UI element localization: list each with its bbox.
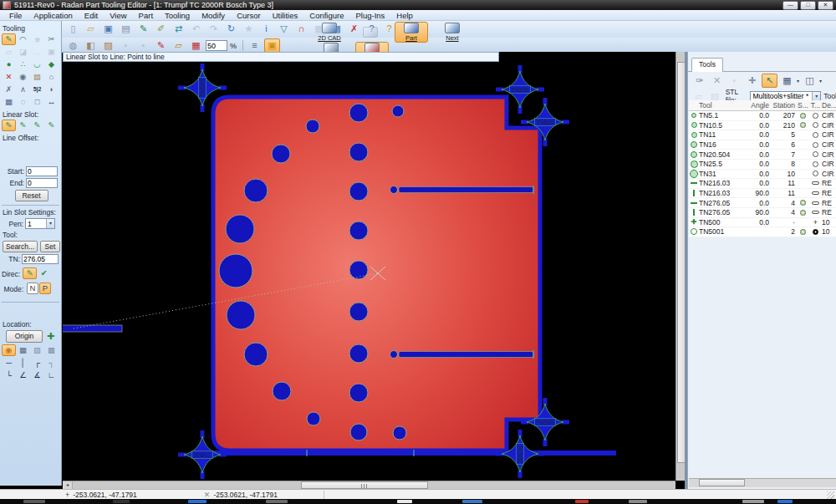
zoom-input[interactable] [206, 40, 227, 51]
tool-row[interactable]: TN5.10.0207CIR [689, 111, 836, 121]
taskbar-item[interactable] [462, 500, 482, 503]
outline-tool[interactable]: ⌂ [44, 71, 59, 83]
view-panel-icon-dropdown[interactable]: ▾ [819, 78, 822, 84]
set-button[interactable]: Set [40, 241, 60, 252]
view-panel-icon[interactable]: ◫ [802, 74, 818, 88]
box-region-tool[interactable]: □ [30, 96, 44, 108]
radius-slot-tool[interactable]: ☼ [30, 33, 44, 45]
snap-corner3-icon[interactable]: ┐ [44, 357, 59, 369]
column-header[interactable]: Station [771, 101, 797, 109]
angle-tool[interactable]: ∧ [16, 84, 30, 95]
canvas-horizontal-scrollbar[interactable]: ◂ [63, 481, 675, 489]
snap-horizontal-icon[interactable]: ─ [2, 357, 16, 369]
tool-row[interactable]: TN276.0590.04RE [689, 208, 836, 218]
tool-row[interactable]: TN20.5040.07CIR [689, 150, 836, 160]
snap-angle2-icon[interactable]: ∠ [16, 369, 30, 381]
edit-hits-tool[interactable]: ▤ [30, 71, 44, 83]
measure-grid-icon[interactable]: ▦ [188, 38, 204, 53]
pitch-hits-tool[interactable]: ∴ [16, 59, 30, 70]
magnet-icon[interactable]: ∩ [293, 22, 309, 36]
circle-region-tool[interactable]: ◌ [16, 96, 30, 108]
snap-corner2-icon[interactable]: ┌ [30, 357, 44, 369]
new-file-icon[interactable]: ▯ [65, 22, 81, 36]
annotate-icon[interactable]: ▱ [171, 38, 186, 53]
pick-tool-icon[interactable]: ↖ [762, 74, 777, 88]
single-hit-tool[interactable]: ● [2, 59, 16, 70]
arc-slot-tool[interactable]: ◠ [16, 33, 30, 45]
tool-row[interactable]: TN160.06CIR [689, 140, 836, 150]
snap-vertical-icon[interactable]: │ [16, 357, 30, 369]
column-header[interactable]: T... [809, 101, 822, 109]
snap-angle-icon[interactable]: └ [2, 369, 16, 381]
taskbar-item[interactable] [188, 500, 206, 503]
taskbar-item[interactable] [742, 500, 764, 503]
print-icon[interactable]: ▤ [118, 22, 134, 36]
open-folder-icon[interactable]: ▱ [83, 22, 99, 36]
linear-slot-mid-icon[interactable]: ✎ [16, 120, 30, 131]
btn-part[interactable]: Part [395, 22, 428, 43]
column-header[interactable]: S... [797, 101, 809, 109]
tool-row[interactable]: TN216.030.011RE [689, 179, 836, 189]
menu-application[interactable]: Application [28, 11, 78, 20]
linear-slot-tool[interactable]: ✎ [2, 33, 16, 45]
drawing-canvas[interactable]: TN500TN500TN500TN500TN500TN500 [63, 52, 675, 481]
slit-tool[interactable]: ✂ [44, 33, 59, 45]
menu-plugins[interactable]: Plug-Ins [349, 11, 390, 20]
btn-3d[interactable] [354, 22, 387, 43]
linear-slot-end-icon[interactable]: ✎ [30, 120, 44, 131]
menu-utilities[interactable]: Utilities [267, 11, 304, 20]
menu-tooling[interactable]: Tooling [159, 11, 196, 20]
btn-2d-cad[interactable]: 2D CAD [313, 22, 346, 43]
menu-cursor[interactable]: Cursor [231, 11, 267, 20]
menu-part[interactable]: Part [133, 11, 159, 20]
taskbar-item[interactable] [23, 500, 45, 503]
snap-hatch-icon[interactable]: ▩ [44, 344, 59, 356]
taskbar-item[interactable] [397, 500, 412, 503]
minimize-button[interactable]: — [782, 1, 798, 10]
pen-select[interactable]: 1▾ [25, 218, 55, 229]
taskbar-item[interactable] [113, 500, 130, 503]
corner-hit-tool[interactable]: ◆ [44, 59, 59, 70]
rotate-hit-tool[interactable]: ◗ [44, 84, 59, 95]
menu-edit[interactable]: Edit [79, 11, 104, 20]
maximize-button[interactable]: □ [800, 1, 816, 10]
edit-pencil-icon[interactable]: ✎ [135, 22, 151, 36]
window-layout-icon[interactable]: ▣ [264, 38, 280, 53]
taskbar-item[interactable] [629, 500, 647, 503]
column-header[interactable]: De... [822, 101, 836, 109]
replace-icon[interactable]: ⇄ [171, 22, 186, 36]
red-pen-icon[interactable]: ✎ [153, 38, 169, 53]
tn-input[interactable] [22, 254, 59, 264]
tool-edit-icon[interactable]: ✑ [691, 74, 707, 88]
btn-next[interactable]: Next [436, 22, 469, 43]
snap-grid-icon[interactable]: ▦ [16, 344, 30, 356]
direc-forward-icon[interactable]: ✎ [23, 267, 37, 279]
info-icon[interactable]: i [258, 22, 274, 36]
tool-row[interactable]: TN216.0390.011RE [689, 189, 836, 199]
tool-pin-icon[interactable]: ✚ [744, 74, 760, 88]
snap-corner-icon[interactable]: ◉ [2, 344, 16, 356]
reset-button[interactable]: Reset [15, 190, 48, 201]
tools-scroll-thumb[interactable] [699, 479, 745, 486]
mode-p-button[interactable]: P [39, 283, 51, 294]
menu-modify[interactable]: Modify [196, 11, 231, 20]
start-input[interactable] [26, 166, 58, 176]
rotate-icon[interactable]: ↻ [223, 22, 239, 36]
snap-angle3-icon[interactable]: ∡ [30, 369, 44, 381]
horizontal-scroll-thumb[interactable] [301, 481, 428, 489]
origin-button[interactable]: Origin [6, 330, 43, 343]
mode-n-button[interactable]: N [27, 283, 38, 294]
menu-help[interactable]: Help [390, 11, 419, 20]
linear-slot-free-icon[interactable]: ✎ [44, 120, 59, 131]
arc-hits-tool[interactable]: ◡ [30, 59, 44, 70]
view-grid-icon[interactable]: ▦ [779, 74, 795, 88]
scroll-left-arrow[interactable]: ◂ [63, 481, 73, 489]
tool-row[interactable]: TN276.050.04RE [689, 198, 836, 208]
import-image-icon[interactable]: ▨ [100, 38, 116, 53]
tool-row[interactable]: TN110.05CIR [689, 130, 836, 140]
snap-grid2-icon[interactable]: ▨ [30, 344, 44, 356]
tool-row[interactable]: TN310.010CIR [689, 170, 836, 180]
tab-tools[interactable]: Tools [691, 58, 723, 72]
linear-slot-point-icon[interactable]: ✎ [2, 120, 16, 131]
taskbar-item[interactable] [266, 500, 288, 503]
